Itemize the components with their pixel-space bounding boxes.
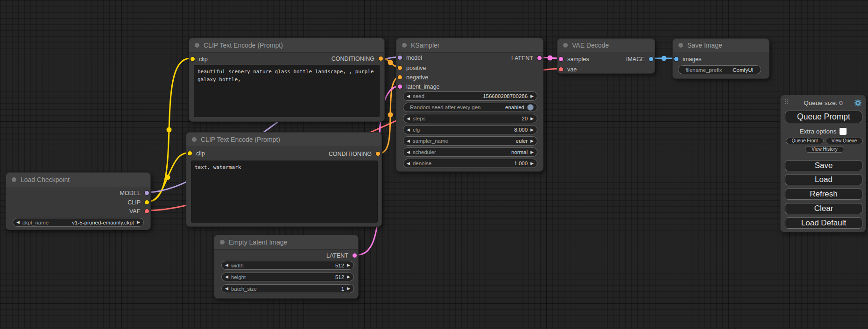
random-seed-toggle-widget[interactable]: Random seed after every gen enabled <box>403 103 537 112</box>
output-clip[interactable]: CLIP <box>127 199 149 205</box>
conditioning-port-icon[interactable] <box>375 151 381 156</box>
collapse-dot-icon[interactable] <box>563 43 568 48</box>
collapse-dot-icon[interactable] <box>402 43 407 48</box>
decrement-arrow-icon[interactable]: ◀ <box>225 263 228 267</box>
node-title-bar[interactable]: CLIP Text Encode (Prompt) <box>189 38 384 53</box>
toggle-knob-icon[interactable] <box>527 104 534 111</box>
input-vae[interactable]: vae <box>558 66 577 72</box>
collapse-dot-icon[interactable] <box>678 43 683 48</box>
queue-panel[interactable]: Queue size: 0 Queue Prompt Extra options… <box>780 95 866 232</box>
output-latent[interactable]: LATENT <box>511 55 542 61</box>
output-image[interactable]: IMAGE <box>626 56 654 62</box>
settings-gear-icon[interactable] <box>854 99 862 107</box>
cfg-widget[interactable]: ◀ cfg 8.000 ▶ <box>403 125 537 134</box>
vae-port-icon[interactable] <box>558 67 564 72</box>
clear-button[interactable]: Clear <box>785 203 862 214</box>
decrement-arrow-icon[interactable]: ◀ <box>16 220 20 224</box>
clip-port-icon[interactable] <box>190 56 195 62</box>
collapse-dot-icon[interactable] <box>192 137 197 142</box>
node-title-bar[interactable]: CLIP Text Encode (Prompt) <box>186 133 381 147</box>
input-samples[interactable]: samples <box>558 56 589 62</box>
output-vae[interactable]: VAE <box>129 208 149 214</box>
input-positive[interactable]: positive <box>397 65 426 71</box>
view-history-button[interactable]: View History <box>805 146 844 153</box>
input-clip[interactable]: clip <box>190 56 208 62</box>
conditioning-port-icon[interactable] <box>397 65 402 70</box>
node-title-bar[interactable]: Load Checkpoint <box>6 173 150 187</box>
node-save-image[interactable]: Save Image images filename_prefix ComfyU… <box>672 38 769 79</box>
clip-port-icon[interactable] <box>187 151 192 156</box>
node-title-bar[interactable]: VAE Decode <box>557 39 655 52</box>
increment-arrow-icon[interactable]: ▶ <box>530 117 534 121</box>
increment-arrow-icon[interactable]: ▶ <box>530 150 534 154</box>
model-port-icon[interactable] <box>144 190 149 196</box>
scheduler-widget[interactable]: ◀ scheduler normal ▶ <box>403 147 537 157</box>
vae-port-icon[interactable] <box>144 209 149 214</box>
denoise-widget[interactable]: ◀ denoise 1.000 ▶ <box>403 159 537 168</box>
input-latent-image[interactable]: latent_image <box>397 84 440 90</box>
node-clip-text-encode-negative[interactable]: CLIP Text Encode (Prompt) clip CONDITION… <box>186 132 382 227</box>
node-title-bar[interactable]: Empty Latent Image <box>214 235 358 250</box>
seed-widget[interactable]: ◀ seed 156680208700286 ▶ <box>403 91 537 101</box>
collapse-dot-icon[interactable] <box>220 240 225 245</box>
drag-handle-icon[interactable] <box>785 99 789 104</box>
extra-options-checkbox[interactable] <box>840 128 847 135</box>
node-ksampler[interactable]: KSampler model positive negative latent_… <box>396 38 543 172</box>
input-model[interactable]: model <box>397 55 422 61</box>
output-model[interactable]: MODEL <box>120 190 149 196</box>
refresh-button[interactable]: Refresh <box>785 189 862 200</box>
node-title-bar[interactable]: KSampler <box>396 38 543 53</box>
decrement-arrow-icon[interactable]: ◀ <box>225 287 228 291</box>
increment-arrow-icon[interactable]: ▶ <box>530 94 534 98</box>
decrement-arrow-icon[interactable]: ◀ <box>407 161 410 166</box>
clip-port-icon[interactable] <box>144 200 149 205</box>
latent-port-icon[interactable] <box>537 56 542 61</box>
increment-arrow-icon[interactable]: ▶ <box>137 220 140 224</box>
increment-arrow-icon[interactable]: ▶ <box>530 128 534 132</box>
node-empty-latent-image[interactable]: Empty Latent Image LATENT ◀ width 512 ▶ … <box>214 235 359 299</box>
sampler-name-widget[interactable]: ◀ sampler_name euler ▶ <box>403 136 537 146</box>
load-default-button[interactable]: Load Default <box>785 217 862 229</box>
load-button[interactable]: Load <box>785 174 862 185</box>
width-widget[interactable]: ◀ width 512 ▶ <box>221 261 354 270</box>
save-button[interactable]: Save <box>785 160 862 171</box>
latent-port-icon[interactable] <box>558 56 564 62</box>
decrement-arrow-icon[interactable]: ◀ <box>407 139 410 143</box>
output-conditioning[interactable]: CONDITIONING <box>329 151 381 157</box>
decrement-arrow-icon[interactable]: ◀ <box>225 275 228 279</box>
conditioning-port-icon[interactable] <box>397 75 402 80</box>
output-latent[interactable]: LATENT <box>326 252 357 259</box>
ckpt-name-widget[interactable]: ◀ ckpt_name v1-5-pruned-emaonly.ckpt ▶ <box>13 218 144 227</box>
input-negative[interactable]: negative <box>397 74 428 80</box>
decrement-arrow-icon[interactable]: ◀ <box>407 117 410 121</box>
latent-port-icon[interactable] <box>352 253 357 258</box>
increment-arrow-icon[interactable]: ▶ <box>347 263 350 267</box>
conditioning-port-icon[interactable] <box>378 56 383 61</box>
increment-arrow-icon[interactable]: ▶ <box>530 139 534 143</box>
increment-arrow-icon[interactable]: ▶ <box>347 287 350 291</box>
collapse-dot-icon[interactable] <box>195 43 199 48</box>
steps-widget[interactable]: ◀ steps 20 ▶ <box>403 114 537 123</box>
node-graph-canvas[interactable]: Load Checkpoint MODEL CLIP VAE ◀ ckpt_na… <box>0 0 868 329</box>
model-port-icon[interactable] <box>397 55 402 60</box>
increment-arrow-icon[interactable]: ▶ <box>347 275 350 279</box>
node-clip-text-encode-positive[interactable]: CLIP Text Encode (Prompt) clip CONDITION… <box>189 38 385 122</box>
node-title-bar[interactable]: Save Image <box>673 39 769 52</box>
image-port-icon[interactable] <box>674 56 679 62</box>
output-conditioning[interactable]: CONDITIONING <box>332 56 383 62</box>
prompt-textarea[interactable]: text, watermark <box>191 161 378 223</box>
queue-front-button[interactable]: Queue Front <box>786 138 824 144</box>
node-load-checkpoint[interactable]: Load Checkpoint MODEL CLIP VAE ◀ ckpt_na… <box>6 172 151 230</box>
view-queue-button[interactable]: View Queue <box>826 138 863 144</box>
increment-arrow-icon[interactable]: ▶ <box>530 161 534 166</box>
input-clip[interactable]: clip <box>187 150 205 156</box>
decrement-arrow-icon[interactable]: ◀ <box>407 94 410 98</box>
node-vae-decode[interactable]: VAE Decode samples vae IMAGE <box>557 38 655 74</box>
height-widget[interactable]: ◀ height 512 ▶ <box>221 273 354 281</box>
decrement-arrow-icon[interactable]: ◀ <box>407 150 410 154</box>
input-images[interactable]: images <box>674 56 701 62</box>
decrement-arrow-icon[interactable]: ◀ <box>407 128 410 132</box>
filename-prefix-widget[interactable]: filename_prefix ComfyUI <box>678 65 761 74</box>
queue-prompt-button[interactable]: Queue Prompt <box>785 111 862 123</box>
batch-size-widget[interactable]: ◀ batch_size 1 ▶ <box>221 284 354 293</box>
